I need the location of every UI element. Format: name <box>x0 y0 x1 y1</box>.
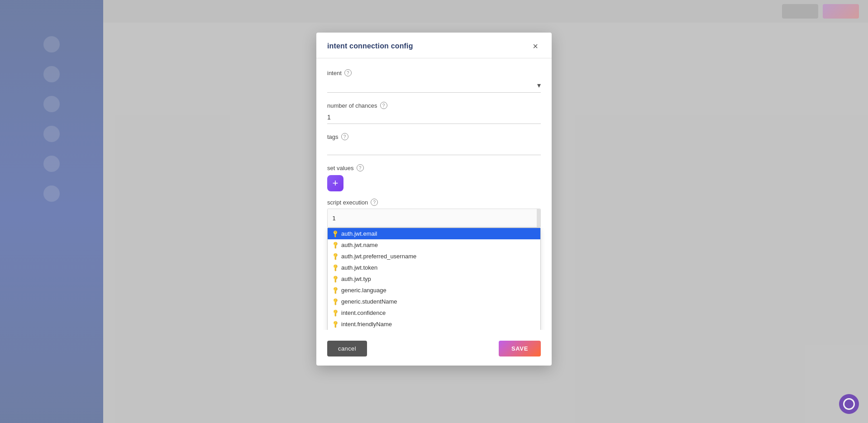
number-of-chances-group: number of chances ? <box>327 102 541 124</box>
autocomplete-item-auth-jwt-preferred-username[interactable]: 🔑 auth.jwt.preferred_username <box>328 251 540 262</box>
autocomplete-item-intent-confidence[interactable]: 🔑 intent.confidence <box>328 307 540 318</box>
key-icon: 🔑 <box>331 297 339 306</box>
tags-label: tags ? <box>327 133 541 140</box>
intent-select-row: ▾ <box>327 78 541 93</box>
autocomplete-item-auth-jwt-email[interactable]: 🔑 auth.jwt.email <box>328 228 540 239</box>
cancel-button[interactable]: cancel <box>327 341 367 356</box>
set-values-help-icon[interactable]: ? <box>357 164 364 171</box>
script-execution-label: script execution ? <box>327 199 541 206</box>
key-icon: 🔑 <box>331 309 339 317</box>
autocomplete-item-auth-jwt-typ[interactable]: 🔑 auth.jwt.typ <box>328 273 540 285</box>
set-values-section: set values ? + <box>327 164 541 191</box>
save-button[interactable]: save <box>499 341 541 356</box>
intent-dropdown-arrow-icon: ▾ <box>537 81 541 90</box>
key-icon: 🔑 <box>331 229 339 238</box>
intent-connection-config-modal: intent connection config × intent ? ▾ nu… <box>316 33 552 366</box>
key-icon: 🔑 <box>331 286 339 295</box>
script-execution-help-icon[interactable]: ? <box>371 199 378 206</box>
autocomplete-item-generic-studentname[interactable]: 🔑 generic.studentName <box>328 296 540 307</box>
key-icon: 🔑 <box>331 263 339 272</box>
intent-select[interactable] <box>327 82 537 89</box>
autocomplete-item-auth-jwt-token[interactable]: 🔑 auth.jwt.token <box>328 262 540 273</box>
key-icon: 🔑 <box>331 320 339 328</box>
modal-close-button[interactable]: × <box>530 41 541 52</box>
add-set-value-button[interactable]: + <box>327 175 343 191</box>
key-icon: 🔑 <box>331 275 339 283</box>
autocomplete-item-intent-friendlyname[interactable]: 🔑 intent.friendlyName <box>328 318 540 330</box>
autocomplete-dropdown: 🔑 auth.jwt.email 🔑 auth.jwt.name 🔑 auth.… <box>327 228 541 330</box>
modal-title: intent connection config <box>327 42 413 50</box>
intent-field-group: intent ? ▾ <box>327 69 541 93</box>
tags-help-icon[interactable]: ? <box>341 133 348 140</box>
tags-input[interactable] <box>327 142 541 155</box>
modal-body: intent ? ▾ number of chances ? tags ? <box>316 58 552 330</box>
set-values-label: set values ? <box>327 164 541 171</box>
modal-header: intent connection config × <box>316 33 552 58</box>
key-icon: 🔑 <box>331 252 339 261</box>
number-of-chances-help-icon[interactable]: ? <box>380 102 387 109</box>
autocomplete-item-auth-jwt-name[interactable]: 🔑 auth.jwt.name <box>328 239 540 251</box>
intent-help-icon[interactable]: ? <box>344 69 352 76</box>
script-execution-section: script execution ? 🔑 auth.jwt.email 🔑 au… <box>327 199 541 330</box>
key-icon: 🔑 <box>331 241 339 249</box>
script-execution-input[interactable] <box>328 209 540 227</box>
autocomplete-item-generic-language[interactable]: 🔑 generic.language <box>328 285 540 296</box>
number-of-chances-input[interactable] <box>327 111 541 124</box>
tags-field-group: tags ? <box>327 133 541 155</box>
script-scrollbar[interactable] <box>537 209 540 227</box>
intent-label: intent ? <box>327 69 541 76</box>
script-input-wrapper <box>327 209 541 228</box>
number-of-chances-label: number of chances ? <box>327 102 541 109</box>
bottom-right-icon[interactable] <box>839 394 859 414</box>
modal-footer: cancel save <box>316 333 552 366</box>
